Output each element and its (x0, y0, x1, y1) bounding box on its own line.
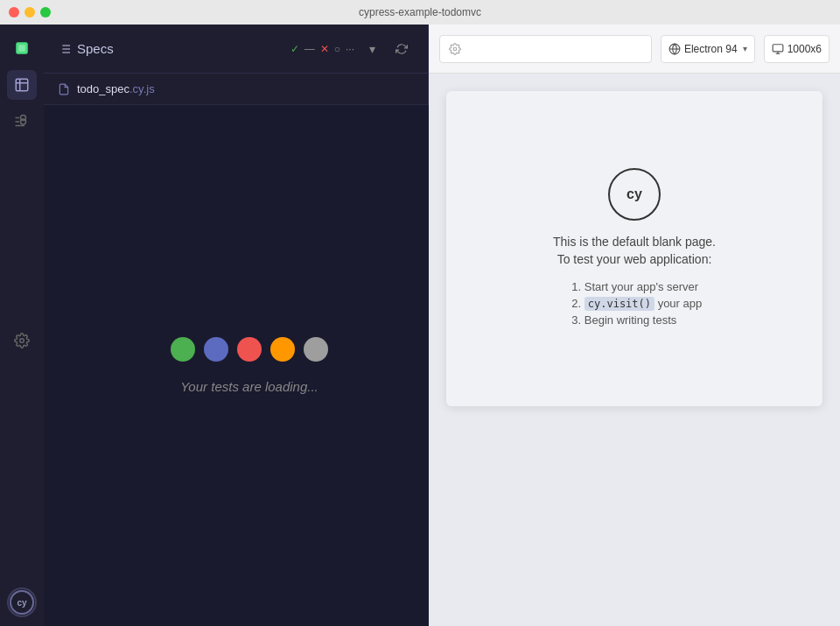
dot-green (171, 337, 195, 362)
svg-text:cy: cy (17, 598, 27, 608)
refresh-icon (396, 43, 408, 55)
viewport-text: 1000x6 (788, 43, 822, 55)
spec-filename-main: todo_spec (77, 82, 130, 95)
svg-point-7 (20, 338, 24, 342)
debug-icon (14, 114, 30, 130)
app-logo-icon (14, 40, 30, 56)
url-bar[interactable] (439, 35, 652, 63)
chevron-down-icon: ▾ (369, 42, 375, 56)
filter-dropdown-button[interactable]: ▾ (360, 37, 384, 61)
sidebar-icon-logo[interactable] (7, 33, 37, 63)
cypress-logo-icon: cy (9, 589, 35, 615)
pass-icon: ✓ (290, 43, 299, 55)
viewport-display: 1000x6 (764, 35, 830, 63)
pending-icon: ○ (334, 43, 340, 55)
preview-steps: Start your app's server cy.visit() your … (567, 280, 702, 330)
cy-logo-circle: cy (608, 168, 661, 221)
browser-selector[interactable]: Electron 94 ▾ (661, 35, 755, 63)
sidebar: cy (0, 25, 44, 626)
specs-header-controls: ✓ — ✕ ○ ··· ▾ (290, 37, 414, 61)
loading-text: Your tests are loading... (180, 379, 318, 394)
dot-blue (204, 337, 228, 362)
browser-preview-frame: cy This is the default blank page. To te… (446, 91, 822, 406)
sidebar-item-settings[interactable] (7, 326, 37, 355)
browser-chevron-icon: ▾ (743, 44, 747, 53)
spec-file-item[interactable]: todo_spec.cy.js (44, 74, 428, 105)
code-visit: cy.visit() (584, 297, 654, 311)
traffic-lights (9, 7, 51, 18)
minimize-button[interactable] (24, 7, 35, 18)
loading-dots (171, 337, 328, 362)
browser-label: Electron 94 (684, 43, 738, 55)
cy-logo-text: cy (626, 186, 642, 202)
specs-title: Specs (77, 41, 114, 56)
dot-gray (304, 337, 328, 362)
step-1: Start your app's server (584, 280, 702, 293)
svg-rect-1 (18, 45, 25, 52)
svg-rect-19 (773, 44, 783, 51)
specs-panel: Specs ✓ — ✕ ○ ··· ▾ (44, 25, 429, 626)
dot-orange (270, 337, 295, 362)
spec-filename: todo_spec.cy.js (77, 82, 155, 95)
settings-icon (14, 333, 30, 348)
specs-header: Specs ✓ — ✕ ○ ··· ▾ (44, 25, 428, 74)
test-runner-header: Electron 94 ▾ 1000x6 (429, 25, 840, 74)
preview-line1: This is the default blank page. (553, 235, 716, 249)
spec-filename-ext: .cy.js (130, 82, 155, 95)
refresh-button[interactable] (389, 37, 414, 61)
specs-nav-icon (14, 77, 30, 93)
cypress-bottom-logo[interactable]: cy (7, 587, 37, 617)
file-icon (58, 83, 70, 95)
step-3: Begin writing tests (584, 313, 702, 327)
svg-point-16 (453, 47, 457, 51)
dots-icon: ··· (346, 43, 354, 55)
dot-red (237, 337, 262, 362)
app-body: cy Specs ✓ — ✕ ○ ··· (0, 25, 840, 626)
titlebar: cypress-example-todomvc (0, 0, 840, 25)
specs-header-icon (58, 42, 72, 56)
fail-icon: ✕ (320, 43, 329, 55)
url-settings-icon (449, 43, 461, 55)
browser-icon (668, 43, 681, 55)
step-2: cy.visit() your app (584, 297, 702, 310)
sidebar-item-debug[interactable] (7, 107, 37, 137)
dash-separator: — (304, 43, 315, 55)
test-loading-area: Your tests are loading... (44, 105, 455, 626)
preview-area: cy This is the default blank page. To te… (429, 74, 840, 626)
sidebar-item-specs[interactable] (7, 70, 37, 100)
test-runner: Electron 94 ▾ 1000x6 cy This is the defa… (429, 25, 840, 626)
maximize-button[interactable] (40, 7, 51, 18)
specs-header-left: Specs (58, 41, 284, 56)
window-title: cypress-example-todomvc (359, 6, 481, 18)
viewport-icon (772, 43, 784, 55)
close-button[interactable] (9, 7, 19, 18)
preview-line2: To test your web application: (557, 252, 712, 266)
